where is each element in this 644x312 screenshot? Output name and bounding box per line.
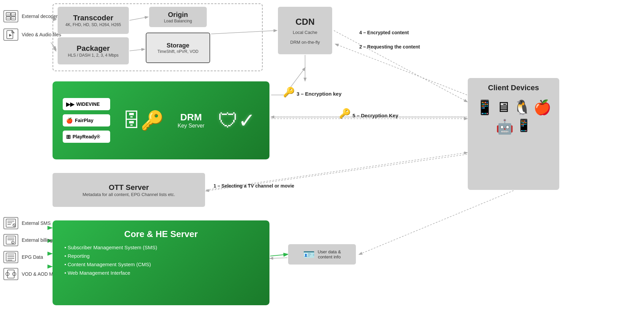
external-decoder-icon: 1010 0101 1100 0011 [3,10,18,22]
client-devices-title: Client Devices [488,83,539,92]
storage-title: Storage [166,42,189,49]
phone-icon: 📱 [516,118,531,135]
external-decoder-label: External decoder [22,14,58,19]
encryption-key-icon: 🔑 [283,86,295,98]
widevine-label: WIDEVINE [76,101,100,107]
fairplay-icon: 🍎 [66,117,73,124]
external-sms-icon [3,217,18,229]
core-box: Core & HE Server • Subscriber Management… [53,220,269,305]
flow2-label: 2 – Requesting the content [359,44,420,50]
transcoder-sub: 4K, FHD, HD, SD, H264, H265 [65,22,121,27]
svg-line-7 [334,31,467,102]
storage-sub: TimeShift, nPVR, VOD [158,49,199,54]
cdn-box: CDN Local Cache DRM on-the-fly [278,7,332,54]
ott-title: OTT Server [109,183,149,192]
external-billing-icon: $ [3,234,18,246]
core-title: Core & HE Server [64,229,258,239]
android-icon: 🤖 [496,118,514,135]
transcoder-title: Transcoder [73,14,114,22]
origin-box: Origin Load Balancing [149,7,207,27]
fairplay-logo: 🍎 FairPlay [63,114,110,126]
widevine-logo: ▶▶ WIDEVINE [63,98,110,110]
user-data-label2: content info [318,254,341,259]
windows-icon: 🖥 [496,99,510,116]
client-device-icons: 📱 🖥 🐧 🍎 🤖 📱 [468,96,559,138]
epg-data-icon [3,251,18,263]
drm-database-icon: 🗄🔑 [122,110,164,132]
drm-title: DRM [178,112,204,123]
flow5-label: 5 – Decryption Key [353,113,398,118]
cdn-sub1: Local Cache [293,30,317,35]
vod-metadata-icon [3,268,18,280]
tablet-icon: 📱 [476,99,494,116]
drm-box: ▶▶ WIDEVINE 🍎 FairPlay ⊞ PlayReady® 🗄🔑 D… [53,81,269,159]
svg-text:1100: 1100 [12,13,16,15]
widevine-icon: ▶▶ [66,101,74,108]
transcoder-box: Transcoder 4K, FHD, HD, SD, H264, H265 [58,7,129,34]
drm-logos: ▶▶ WIDEVINE 🍎 FairPlay ⊞ PlayReady® [63,98,110,143]
user-data-label1: User data & [318,249,341,254]
drm-sub: Key Server [178,123,204,129]
fairplay-label: FairPlay [75,118,93,123]
apple-icon: 🍎 [534,99,551,116]
svg-line-39 [14,225,15,226]
playready-icon: ⊞ [66,134,71,140]
svg-rect-34 [6,219,16,227]
core-item-3: • Web Management Interface [64,270,258,276]
origin-sub: Load Balancing [164,19,192,23]
svg-line-17 [270,254,287,256]
user-data-icon: 🪪 [303,249,315,260]
ott-sub: Metadata for all content, EPG Channel li… [82,192,175,197]
flow1-label: 1 – Selecting a TV channel or movie [214,183,294,189]
epg-data-label: EPG Data [22,254,43,260]
decryption-key-icon: 🔑 [339,108,351,119]
flow4-label: 4 – Encrypted content [359,30,409,35]
external-sms-label: External SMS [22,220,51,226]
core-items: • Subscriber Management System (SMS) • R… [64,245,258,276]
svg-text:0101: 0101 [7,17,11,19]
user-data-box: 🪪 User data & content info [288,244,356,265]
linux-icon: 🐧 [513,99,531,116]
core-item-0: • Subscriber Management System (SMS) [64,245,258,250]
cdn-title: CDN [296,17,315,27]
video-audio-icon [3,28,18,41]
svg-marker-33 [9,34,12,37]
playready-label: PlayReady® [73,134,100,139]
packager-title: Packager [77,44,110,53]
client-devices-box: Client Devices 📱 🖥 🐧 🍎 🤖 📱 [468,78,559,190]
cdn-sub2: DRM on-the-fly [290,40,320,45]
storage-box: Storage TimeShift, nPVR, VOD [146,33,210,63]
drm-label: DRM Key Server [178,112,204,129]
core-item-1: • Reporting [64,253,258,259]
diagram: { "title": "OTT/DRM Architecture Diagram… [0,0,644,312]
svg-text:0011: 0011 [12,17,16,19]
drm-shield-icon: 🛡✓ [218,109,255,132]
svg-rect-50 [7,270,14,278]
svg-line-8 [336,44,467,95]
flow3-label: 3 – Encryption key [297,91,342,97]
packager-box: Packager HLS / DASH 1, 2, 3, 4 Mbps [58,37,129,64]
origin-title: Origin [168,11,188,19]
core-item-2: • Content Management System (CMS) [64,261,258,267]
ott-box: OTT Server Metadata for all content, EPG… [53,173,205,207]
svg-line-18 [270,258,287,258]
svg-text:1010: 1010 [7,13,11,15]
svg-line-19 [359,191,514,254]
packager-sub: HLS / DASH 1, 2, 3, 4 Mbps [68,53,118,58]
playready-logo: ⊞ PlayReady® [63,131,110,143]
